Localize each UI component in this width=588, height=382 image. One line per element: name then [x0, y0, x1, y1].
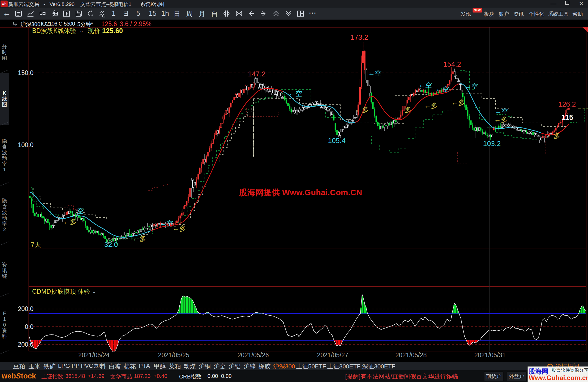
svg-text:←多: ←多 [133, 235, 146, 243]
svg-text:-200.0: -200.0 [16, 341, 33, 348]
svg-text:←多: ←多 [547, 132, 560, 139]
svg-text:←多: ←多 [494, 116, 508, 123]
svg-text:32.0: 32.0 [104, 240, 118, 249]
svg-text:←空: ←空 [70, 207, 84, 215]
svg-text:⌄: ⌄ [92, 289, 96, 294]
svg-text:CDMD抄底摸顶 体验: CDMD抄底摸顶 体验 [32, 288, 90, 295]
svg-text:125.60: 125.60 [102, 27, 123, 35]
svg-text:147.2: 147.2 [248, 70, 265, 78]
svg-text:←多: ←多 [173, 225, 186, 232]
svg-text:103.2: 103.2 [483, 139, 501, 148]
svg-text:⌄: ⌄ [79, 28, 84, 33]
svg-text:126.2: 126.2 [558, 100, 576, 108]
svg-text:←多: ←多 [355, 106, 369, 113]
svg-text:BD波段K线体验: BD波段K线体验 [32, 27, 76, 34]
svg-text:2021/05/28: 2021/05/28 [395, 352, 427, 359]
svg-text:←多: ←多 [63, 218, 77, 225]
svg-text:2021/05/26: 2021/05/26 [237, 352, 269, 359]
svg-text:173.2: 173.2 [350, 33, 368, 41]
svg-text:100.0: 100.0 [18, 141, 33, 148]
svg-text:←多: ←多 [451, 99, 465, 106]
svg-text:2021/05/25: 2021/05/25 [158, 352, 189, 359]
svg-text:200.0: 200.0 [18, 305, 33, 312]
svg-text:←空: ←空 [160, 219, 173, 227]
svg-text:←空: ←空 [418, 81, 432, 89]
svg-text:←空: ←空 [464, 82, 478, 90]
svg-text:←空: ←空 [495, 107, 509, 115]
svg-text:现价: 现价 [88, 27, 100, 34]
svg-text:←空: ←空 [289, 90, 302, 97]
svg-text:2021/05/27: 2021/05/27 [317, 352, 348, 359]
svg-text:2021/05/31: 2021/05/31 [474, 352, 506, 359]
svg-text:←空: ←空 [368, 69, 382, 77]
svg-text:7天: 7天 [31, 241, 41, 248]
svg-text:154.2: 154.2 [443, 60, 461, 68]
svg-text:150.0: 150.0 [18, 69, 33, 76]
svg-text:105.4: 105.4 [328, 136, 345, 145]
svg-text:←多: ←多 [424, 102, 438, 109]
svg-text:115: 115 [561, 113, 573, 122]
svg-text:←多: ←多 [398, 106, 412, 113]
svg-text:2021/05/24: 2021/05/24 [78, 352, 109, 359]
svg-text:←空: ←空 [436, 85, 449, 93]
svg-text:0.0: 0.0 [25, 323, 33, 330]
